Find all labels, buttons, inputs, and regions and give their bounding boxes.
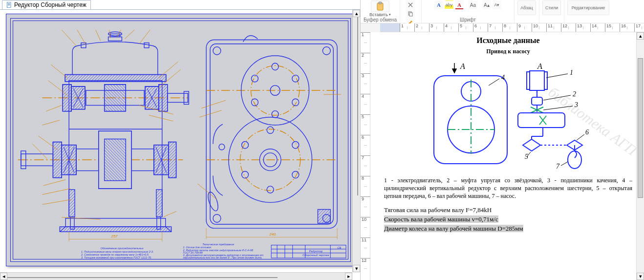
font-color-button[interactable]: A — [455, 0, 464, 9]
svg-line-71 — [43, 189, 71, 194]
scroll-up-icon[interactable]: ▴ — [637, 32, 644, 40]
cad-hscroll[interactable]: ◂ ▸ — [0, 272, 352, 280]
change-case-button[interactable]: Aa — [469, 0, 477, 9]
copy-icon — [408, 11, 413, 17]
editing-button[interactable]: Редактирование — [567, 0, 609, 15]
ribbon-format-painter — [400, 0, 422, 23]
svg-rect-3 — [8, 5, 10, 5]
svg-point-92 — [292, 75, 299, 82]
svg-point-100 — [267, 127, 274, 133]
svg-line-151 — [489, 79, 499, 86]
svg-line-179 — [561, 162, 568, 166]
svg-line-110 — [199, 110, 222, 117]
doc-area: 123456789101112 библиотека АГП Исходные … — [361, 32, 644, 280]
scroll-down-icon[interactable]: ▾ — [637, 273, 644, 280]
rulers: 1234567891011121314151617 — [361, 23, 644, 32]
svg-rect-155 — [527, 72, 530, 89]
scroll-right-icon[interactable]: ▸ — [345, 273, 352, 280]
scroll-down-icon[interactable]: ▾ — [353, 265, 360, 272]
svg-point-81 — [213, 47, 221, 55]
grow-font-button[interactable]: A▴ — [482, 0, 491, 9]
ribbon-label-font: Шрифт — [460, 17, 476, 23]
svg-text:Сборочный чертеж: Сборочный чертеж — [302, 254, 330, 257]
ribbon-group-edit: Редактирование — [564, 0, 612, 23]
svg-line-109 — [201, 100, 226, 108]
svg-rect-4 — [65, 218, 166, 227]
paste-button[interactable] — [371, 0, 389, 12]
svg-rect-159 — [532, 97, 542, 105]
svg-line-69 — [33, 144, 47, 159]
styles-button[interactable]: Стили — [542, 0, 561, 15]
svg-point-101 — [267, 186, 274, 193]
svg-text:СБ: СБ — [337, 246, 341, 249]
svg-line-176 — [577, 134, 584, 140]
cad-drawing: 257 — [13, 21, 348, 259]
svg-text:горизонтального его оси не бол: горизонтального его оси не более 5°. При… — [183, 256, 262, 259]
svg-point-94 — [292, 99, 299, 106]
svg-rect-139 — [379, 2, 382, 4]
svg-text:2: 2 — [573, 90, 576, 98]
svg-point-91 — [251, 75, 258, 82]
svg-rect-16 — [105, 85, 126, 111]
svg-line-58 — [125, 30, 134, 39]
scroll-up-icon[interactable]: ▴ — [353, 10, 360, 17]
svg-rect-153 — [530, 71, 544, 90]
svg-point-82 — [322, 47, 330, 55]
document-icon — [6, 2, 12, 8]
ribbon-group-font: A aby A Aa A▴ A▾ Шрифт — [422, 0, 515, 23]
svg-text:Редуктор: Редуктор — [309, 250, 323, 253]
svg-text:4: 4 — [501, 74, 505, 81]
svg-line-59 — [139, 30, 150, 43]
svg-text:Обозначение присоединительных: Обозначение присоединительных — [101, 247, 144, 250]
page-title: Исходные данные — [384, 36, 632, 45]
svg-text:240: 240 — [269, 232, 276, 237]
svg-line-161 — [543, 95, 571, 100]
cad-vscroll[interactable]: ▴ ▾ — [352, 10, 360, 272]
paragraph-button[interactable]: Абзац — [517, 0, 536, 15]
svg-point-106 — [206, 191, 220, 212]
svg-point-83 — [213, 215, 221, 222]
svg-rect-7 — [65, 75, 166, 82]
svg-rect-2 — [8, 4, 10, 5]
svg-rect-156 — [544, 72, 547, 89]
vruler[interactable]: 123456789101112 — [361, 32, 370, 280]
svg-rect-51 — [69, 190, 75, 217]
page-subtitle: Привод к насосу — [384, 48, 632, 55]
svg-rect-167 — [518, 113, 565, 128]
svg-text:7: 7 — [556, 163, 560, 170]
svg-line-67 — [43, 120, 60, 125]
params: Тяговая сила на рабочем валу F=7,84kH Ск… — [384, 206, 632, 233]
svg-text:257: 257 — [111, 234, 118, 238]
svg-point-108 — [219, 144, 225, 150]
page[interactable]: библиотека АГП Исходные данные Привод к … — [370, 32, 636, 280]
font-color2-button[interactable]: A — [434, 0, 443, 9]
svg-text:1: 1 — [570, 69, 573, 76]
drawing-sheet[interactable]: 257 — [6, 14, 355, 266]
svg-rect-49 — [169, 142, 176, 178]
svg-point-102 — [242, 142, 249, 149]
svg-line-70 — [43, 180, 66, 186]
svg-point-93 — [251, 99, 258, 106]
svg-point-103 — [292, 142, 299, 149]
svg-rect-141 — [409, 13, 412, 16]
word-vscroll[interactable]: ▴ ▾ — [636, 32, 644, 280]
ribbon-group-styles: Стили — [539, 0, 564, 23]
svg-line-53 — [62, 30, 76, 45]
highlight-button[interactable]: aby — [445, 0, 453, 9]
param-force: Тяговая сила на рабочем валу F=7,84kH — [384, 206, 632, 214]
cad-tab-reducer[interactable]: Редуктор Сборный чертеж — [2, 0, 91, 9]
svg-rect-26 — [63, 85, 71, 111]
svg-text:3. Толщина оснований при изгот: 3. Толщина оснований при изготовлении ГО… — [81, 256, 151, 259]
scroll-left-icon[interactable]: ◂ — [0, 273, 7, 280]
svg-text:А: А — [460, 62, 465, 70]
hruler[interactable]: 1234567891011121314151617 — [380, 23, 644, 32]
copy-button[interactable] — [406, 9, 415, 18]
shrink-font-button[interactable]: A▾ — [493, 0, 501, 9]
svg-line-65 — [149, 115, 173, 121]
cut-button[interactable] — [406, 0, 415, 9]
word-pane: Вставить▾ Буфер обмена A aby A Aa — [361, 0, 644, 280]
cut-icon — [408, 2, 413, 8]
drawing-frame: 257 — [10, 18, 351, 262]
svg-line-66 — [46, 105, 62, 111]
svg-rect-28 — [159, 85, 168, 111]
